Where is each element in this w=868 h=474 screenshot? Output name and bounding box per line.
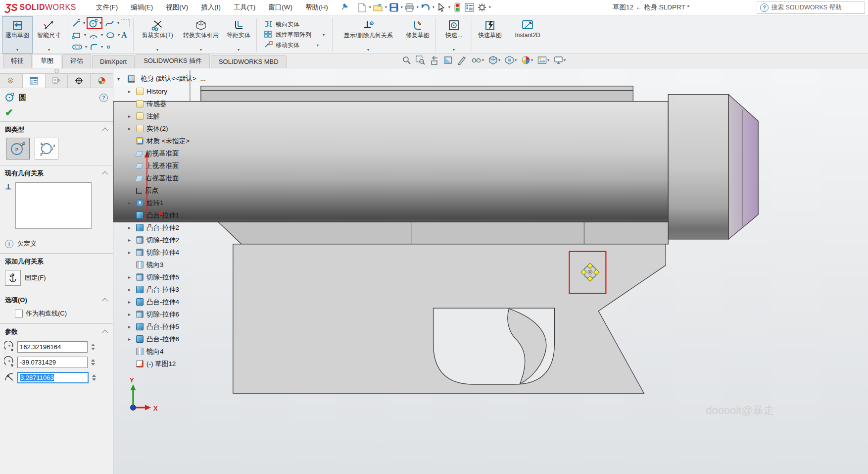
display-style-caret[interactable]: ▾ (498, 58, 500, 62)
expand-arrow-icon[interactable]: ▸ (128, 212, 136, 218)
center-circle-type-button[interactable]: 12 (6, 138, 30, 159)
expand-arrow-icon[interactable]: ▸ (128, 200, 136, 206)
rectangle-tool-button[interactable] (71, 30, 83, 40)
menu-文件(F)[interactable]: 文件(F) (96, 3, 118, 12)
move-entities-button[interactable]: 移动实体 ▾ (261, 41, 328, 50)
apply-scene-caret[interactable]: ▾ (547, 58, 549, 62)
tree-item-切除-拉伸5[interactable]: ▸切除-拉伸5 (128, 271, 206, 283)
tab-草图[interactable]: 草图 (33, 54, 61, 68)
convert-entities-caret[interactable]: ▾ (200, 47, 202, 53)
pm-help-icon[interactable]: ? (99, 94, 108, 102)
edit-appearance-icon[interactable]: ▾ (521, 55, 533, 65)
expand-arrow-icon[interactable]: ▸ (128, 237, 136, 243)
expand-arrow-icon[interactable]: ▸ (128, 312, 136, 317)
tree-item-凸台-拉伸1[interactable]: ▸凸台-拉伸1 (128, 209, 206, 221)
radius-field[interactable]: 3.28711063 (17, 372, 89, 383)
expand-arrow-icon[interactable]: ▸ (128, 324, 136, 329)
quick-snaps-button[interactable]: 快速... ▾ (438, 16, 469, 53)
tree-item-凸台-拉伸3[interactable]: ▸凸台-拉伸3 (128, 283, 206, 296)
tree-item-凸台-拉伸4[interactable]: ▸凸台-拉伸4 (128, 296, 206, 308)
section-view-icon[interactable] (443, 55, 453, 65)
dynamic-annotation-icon[interactable] (457, 55, 467, 65)
menu-窗口(W)[interactable]: 窗口(W) (268, 3, 292, 12)
settings-caret[interactable]: ▾ (489, 5, 491, 9)
apply-scene-icon[interactable]: ▾ (537, 55, 549, 65)
menu-视图(V)[interactable]: 视图(V) (166, 3, 188, 12)
tree-item-材质 <未指定>[interactable]: 材质 <未指定> (128, 135, 206, 147)
new-document-icon[interactable] (357, 2, 368, 13)
new-document-caret[interactable]: ▾ (369, 5, 371, 9)
view-orientation-icon[interactable]: ▾ (505, 55, 517, 65)
tree-item-切除-拉伸6[interactable]: ▸切除-拉伸6 (128, 308, 206, 320)
tree-item-旋转1[interactable]: ▸旋转1 (128, 197, 206, 209)
ellipse-tool-caret[interactable]: ▾ (118, 33, 120, 37)
tree-item-凸台-拉伸2[interactable]: ▸凸台-拉伸2 (128, 221, 206, 234)
select-caret[interactable]: ▾ (448, 5, 450, 9)
mirror-entities-button[interactable]: 镜向实体 (261, 20, 328, 29)
expand-arrow-icon[interactable]: ▸ (128, 225, 136, 230)
fillet-tool-button[interactable] (89, 42, 99, 52)
expand-arrow-icon[interactable]: ▸ (128, 250, 136, 255)
fillet-tool-caret[interactable]: ▾ (101, 45, 103, 49)
view-settings-icon[interactable]: ▾ (554, 55, 566, 65)
center-y-spinner[interactable] (91, 359, 95, 366)
expand-arrow-icon[interactable]: ▸ (128, 336, 136, 342)
tab-评估[interactable]: 评估 (62, 54, 91, 68)
open-caret[interactable]: ▾ (385, 5, 387, 9)
save-caret[interactable]: ▾ (401, 5, 403, 9)
trim-entities-button[interactable]: 剪裁实体(T) ▾ (136, 16, 179, 53)
tab-SOLIDWORKS MBD[interactable]: SOLIDWORKS MBD (211, 55, 287, 68)
relations-listbox[interactable] (15, 182, 92, 229)
exit-sketch-caret[interactable]: ▾ (16, 47, 18, 53)
arc-tool-button[interactable] (88, 30, 99, 40)
perimeter-circle-type-button[interactable]: 123 (35, 138, 58, 159)
tree-item-(-) 草图12[interactable]: (-) 草图12 (128, 358, 206, 370)
tab-propertymanager[interactable] (23, 74, 46, 88)
rebuild-icon[interactable] (452, 2, 463, 13)
expand-arrow-icon[interactable]: ▸ (128, 287, 136, 292)
spline-tool-caret[interactable]: ▾ (117, 21, 119, 25)
tab-dimxpertmanager[interactable] (68, 74, 91, 88)
menu-插入(I)[interactable]: 插入(I) (201, 3, 221, 12)
tree-item-传感器[interactable]: 传感器 (128, 98, 206, 110)
print-caret[interactable]: ▾ (417, 5, 419, 9)
slot-tool-button[interactable] (71, 42, 84, 52)
offset-entities-button[interactable]: 等距实体 ▾ (223, 16, 254, 53)
zoom-area-icon[interactable] (416, 55, 425, 65)
spline-tool-button[interactable] (104, 18, 116, 28)
fix-relation-button[interactable] (5, 270, 21, 286)
offset-entities-caret[interactable]: ▾ (238, 47, 240, 53)
collapse-chevron-icon[interactable] (102, 171, 108, 177)
line-tool-button[interactable] (71, 18, 82, 28)
print-icon[interactable] (404, 2, 415, 13)
model-canvas[interactable]: Y X dooooit@暴走 (113, 68, 868, 474)
quick-snaps-caret[interactable]: ▾ (453, 47, 455, 53)
center-x-field[interactable] (17, 341, 88, 353)
rectangle-tool-caret[interactable]: ▾ (84, 33, 86, 37)
tab-featuremanager-tree[interactable] (0, 74, 23, 88)
graphics-viewport[interactable]: Y X dooooit@暴走 ▾ 枪身 (默认<<默认>_... ▸Histor… (113, 68, 868, 474)
tree-item-右视基准面[interactable]: 右视基准面 (128, 172, 206, 184)
trim-entities-caret[interactable]: ▾ (156, 47, 158, 53)
repair-sketch-button[interactable]: 修复草图 (402, 16, 433, 53)
linear-pattern-button[interactable]: 线性草图阵列 ▾ (261, 30, 328, 40)
previous-view-icon[interactable] (430, 55, 439, 65)
frame-upper-band[interactable] (218, 222, 668, 244)
tree-item-原点[interactable]: 原点 (128, 184, 206, 197)
options-icon[interactable] (464, 2, 475, 13)
display-style-icon[interactable]: ▾ (488, 55, 500, 65)
tree-item-镜向4[interactable]: 镜向4 (128, 345, 206, 358)
save-icon[interactable] (388, 2, 399, 13)
center-y-field[interactable] (17, 357, 88, 368)
display-delete-relations-button[interactable]: 显示/删除几何关系 ▾ (335, 16, 401, 53)
arc-tool-caret[interactable]: ▾ (101, 33, 103, 37)
muzzle-block[interactable] (668, 95, 728, 239)
tree-item-History[interactable]: ▸History (128, 85, 206, 98)
tab-DimXpert[interactable]: DimXpert (92, 55, 135, 68)
tree-item-切除-拉伸2[interactable]: ▸切除-拉伸2 (128, 234, 206, 246)
display-delete-relations-caret[interactable]: ▾ (367, 47, 369, 53)
instant2d-button[interactable]: Instant2D (506, 16, 549, 53)
tree-item-上视基准面[interactable]: 上视基准面 (128, 159, 206, 172)
pin-icon[interactable] (341, 2, 349, 12)
undo-caret[interactable]: ▾ (433, 5, 434, 9)
